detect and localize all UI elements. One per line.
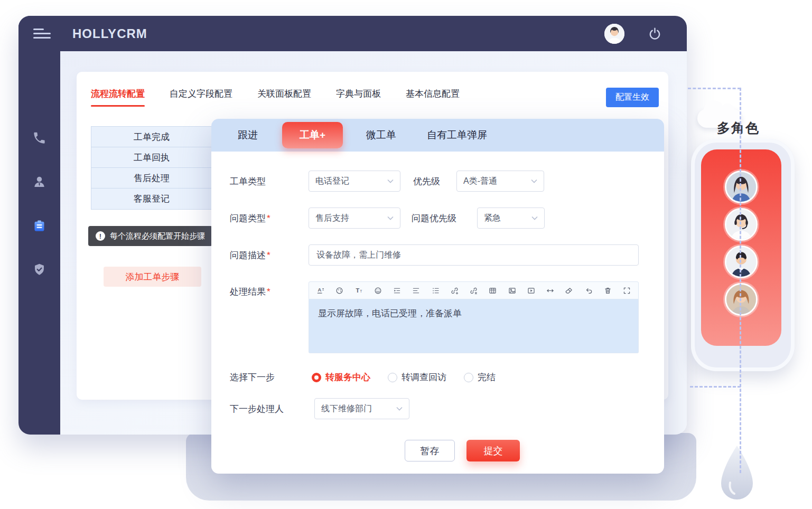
fullscreen-icon[interactable] — [622, 286, 631, 295]
list-item[interactable]: 客服登记 — [91, 188, 212, 209]
shield-check-icon[interactable] — [32, 262, 46, 277]
radio-dot — [312, 373, 321, 382]
ticket-type-select[interactable]: 电话登记 — [309, 171, 400, 192]
workflow-step-list: 工单完成 工单回执 售后处理 客服登记 — [91, 126, 212, 210]
video-icon[interactable] — [527, 286, 536, 295]
issue-desc-input[interactable] — [309, 244, 639, 266]
avatar-agent-female-1 — [725, 171, 758, 203]
dashed-line — [690, 386, 741, 388]
tab-flow-config[interactable]: 流程流转配置 — [91, 88, 145, 107]
issue-type-label: 问题类型* — [230, 212, 309, 224]
tab-own-ticket-popup[interactable]: 自有工单弹屏 — [427, 128, 487, 142]
menu-icon[interactable] — [33, 26, 51, 41]
svg-text:T: T — [360, 289, 362, 293]
radio-finish[interactable]: 完结 — [464, 371, 496, 383]
app-sidebar — [18, 16, 60, 435]
chevron-down-icon — [531, 179, 537, 183]
tab-linked-panel[interactable]: 关联面板配置 — [257, 88, 311, 107]
result-label: 处理结果* — [230, 281, 309, 298]
notice-tooltip: ! 每个流程必须配置开始步骤 — [88, 226, 212, 246]
avatar-agent-male — [725, 246, 758, 278]
role-panel — [701, 149, 781, 346]
font-size-icon[interactable]: TT — [354, 286, 363, 295]
table-icon[interactable] — [488, 286, 497, 295]
indent-icon[interactable] — [393, 286, 402, 295]
radio-dot — [464, 373, 473, 382]
list-item[interactable]: 工单完成 — [91, 127, 212, 147]
water-drop-decoration — [714, 445, 760, 508]
chevron-down-icon — [387, 216, 394, 220]
format-color-icon[interactable]: A — [316, 286, 325, 295]
list-item[interactable]: 售后处理 — [91, 168, 212, 188]
submit-button[interactable]: 提交 — [466, 440, 520, 461]
ticket-type-label: 工单类型 — [230, 175, 309, 187]
tab-ticket-plus[interactable]: 工单+ — [282, 122, 343, 148]
emoji-icon[interactable] — [374, 286, 382, 295]
radio-dot — [388, 373, 397, 382]
user-icon[interactable] — [32, 175, 46, 189]
list-icon[interactable] — [431, 286, 440, 295]
radio-transfer-service-center[interactable]: 转服务中心 — [312, 371, 370, 383]
issue-type-value: 售后支持 — [315, 213, 349, 224]
power-icon[interactable] — [648, 26, 662, 41]
ticket-modal: 跟进 工单+ 微工单 自有工单弹屏 工单类型 电话登记 优先级 A类-普通 问题… — [211, 119, 664, 474]
result-editor-body[interactable]: 显示屏故障，电话已受理，准备派单 — [309, 299, 639, 353]
screenshot-root: HOLLYCRM 流程流转配置 自定义字段配置 — [0, 0, 812, 509]
chevron-down-icon — [396, 407, 403, 411]
image-icon[interactable] — [508, 286, 517, 295]
svg-text:T: T — [356, 287, 359, 293]
link-add-icon[interactable] — [450, 286, 459, 295]
phone-icon[interactable] — [32, 131, 46, 145]
ticket-form: 工单类型 电话登记 优先级 A类-普通 问题类型* 售后支持 问题优先级 — [211, 152, 664, 461]
notice-text: 每个流程必须配置开始步骤 — [110, 231, 205, 241]
next-handler-value: 线下维修部门 — [321, 403, 372, 414]
app-header: HOLLYCRM — [18, 16, 687, 51]
eraser-icon[interactable] — [565, 286, 574, 295]
tab-custom-fields[interactable]: 自定义字段配置 — [170, 88, 232, 107]
radio-transfer-survey[interactable]: 转调查回访 — [388, 371, 446, 383]
priority-value: A类-普通 — [463, 176, 497, 187]
tab-follow-up[interactable]: 跟进 — [238, 128, 258, 142]
next-handler-select[interactable]: 线下维修部门 — [314, 398, 409, 419]
user-avatar[interactable] — [604, 24, 624, 44]
app-logo: HOLLYCRM — [72, 26, 147, 41]
phone-mockup — [691, 139, 795, 371]
divider-icon[interactable] — [546, 286, 555, 295]
palette-icon[interactable] — [335, 286, 344, 295]
ticket-type-value: 电话登记 — [315, 176, 349, 187]
avatar-agent-headset — [725, 208, 758, 241]
dashed-line — [688, 88, 741, 89]
issue-type-select[interactable]: 售后支持 — [309, 208, 400, 229]
tab-dictionary[interactable]: 字典与面板 — [336, 88, 381, 107]
priority-label: 优先级 — [413, 175, 456, 187]
tab-micro-ticket[interactable]: 微工单 — [366, 128, 396, 142]
undo-icon[interactable] — [584, 286, 593, 295]
list-item[interactable]: 工单回执 — [91, 147, 212, 168]
align-left-icon[interactable] — [412, 286, 421, 295]
issue-priority-select[interactable]: 紧急 — [477, 208, 545, 229]
link-off-icon[interactable] — [469, 286, 478, 295]
next-step-label: 选择下一步 — [230, 371, 309, 383]
multi-role-caption: 多角色 — [717, 119, 760, 137]
rich-text-editor: A TT — [309, 281, 639, 353]
chevron-down-icon — [531, 216, 538, 220]
config-tabs: 流程流转配置 自定义字段配置 关联面板配置 字典与面板 基本信息配置 配置生效 — [77, 72, 668, 107]
editor-toolbar: A TT — [309, 281, 639, 299]
delete-icon[interactable] — [603, 286, 612, 295]
issue-priority-value: 紧急 — [484, 213, 501, 224]
exclamation-icon: ! — [96, 231, 105, 241]
add-step-button[interactable]: 添加工单步骤 — [104, 267, 201, 287]
priority-select[interactable]: A类-普通 — [456, 171, 544, 192]
tab-basic-info[interactable]: 基本信息配置 — [406, 88, 460, 107]
chevron-down-icon — [387, 179, 394, 183]
avatar-agent-female-2 — [725, 283, 758, 316]
svg-text:A: A — [318, 287, 321, 293]
modal-tab-bar: 跟进 工单+ 微工单 自有工单弹屏 — [211, 119, 664, 152]
next-handler-label: 下一步处理人 — [230, 403, 309, 415]
issue-priority-label: 问题优先级 — [412, 212, 477, 224]
save-draft-button[interactable]: 暂存 — [405, 440, 455, 461]
dashed-line — [740, 88, 741, 473]
clipboard-icon[interactable] — [32, 219, 46, 233]
issue-desc-label: 问题描述* — [230, 249, 309, 261]
apply-config-button[interactable]: 配置生效 — [606, 88, 659, 107]
